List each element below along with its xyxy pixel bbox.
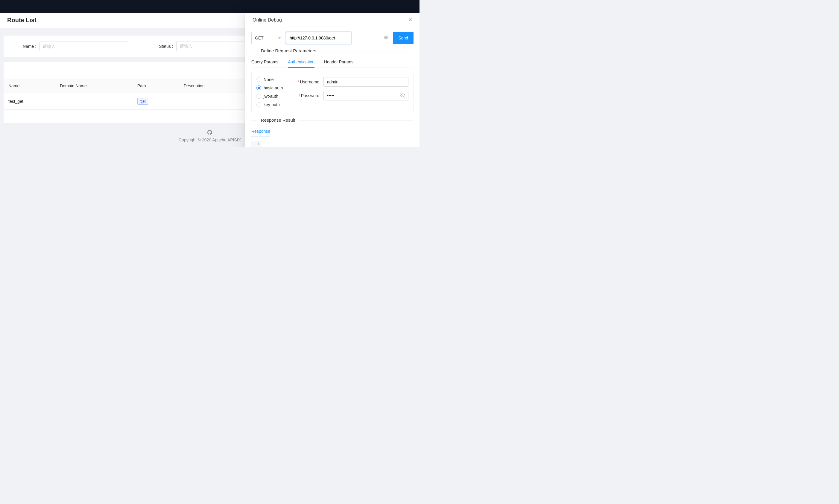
auth-option-none[interactable]: None	[256, 77, 289, 82]
cell-description	[179, 93, 246, 110]
section-response-title: Response Result	[257, 118, 298, 123]
col-description: Description	[179, 78, 246, 93]
auth-option-key[interactable]: key-auth	[256, 102, 289, 107]
method-select[interactable]: GET	[251, 32, 284, 44]
auth-option-jwt[interactable]: jwt-auth	[256, 94, 289, 98]
auth-panel: None basic-auth jwt-auth key-auth *Usern…	[251, 72, 413, 112]
github-icon[interactable]	[207, 130, 212, 136]
cell-domain	[55, 93, 132, 110]
filter-name-label: Name :	[23, 44, 36, 49]
password-input[interactable]: •••••	[323, 91, 408, 101]
send-button[interactable]: Send	[393, 32, 413, 44]
radio-icon	[256, 102, 261, 107]
auth-option-label: None	[263, 77, 273, 82]
col-path: Path	[133, 78, 179, 93]
top-bar	[0, 0, 420, 13]
method-value: GET	[255, 36, 263, 40]
radio-icon	[256, 86, 261, 90]
section-params-title: Define Request Parameters	[257, 48, 320, 53]
tab-header-params[interactable]: Header Params	[324, 56, 353, 68]
eye-invisible-icon[interactable]	[400, 93, 405, 98]
response-code: 123456789 1011121314 { "args": {}, "head…	[251, 141, 413, 147]
filter-name-input[interactable]	[39, 41, 129, 51]
clear-icon[interactable]	[384, 36, 388, 41]
radio-icon	[256, 94, 261, 98]
radio-icon	[256, 77, 261, 82]
auth-option-label: basic-auth	[263, 86, 283, 90]
tab-query-params[interactable]: Query Params	[251, 56, 278, 68]
response-tabs: Response	[251, 126, 413, 137]
params-tabs: Query Params Authentication Header Param…	[251, 56, 413, 68]
drawer-title: Online Debug	[253, 17, 282, 23]
filter-status-select[interactable]: 请输入	[176, 41, 248, 51]
chevron-down-icon	[278, 37, 281, 39]
path-tag: /get	[137, 98, 148, 105]
password-label: *Password :	[297, 93, 322, 98]
cell-path: /get	[133, 93, 179, 110]
col-name: Name	[4, 78, 55, 93]
auth-option-label: key-auth	[263, 102, 280, 107]
filter-status-placeholder: 请输入	[180, 44, 192, 49]
filter-name: Name :	[23, 41, 129, 51]
username-input[interactable]: admin	[323, 77, 408, 87]
cell-name: test_get	[4, 93, 55, 110]
filter-status-label: Status :	[159, 44, 173, 49]
auth-option-label: jwt-auth	[263, 94, 278, 98]
tab-authentication[interactable]: Authentication	[288, 56, 314, 68]
url-input[interactable]	[286, 32, 351, 44]
close-icon[interactable]: ✕	[408, 18, 412, 22]
auth-option-basic[interactable]: basic-auth	[256, 86, 289, 90]
col-domain: Domain Name	[55, 78, 132, 93]
online-debug-drawer: Online Debug ✕ GET Send Define Request P…	[245, 13, 420, 147]
tab-response[interactable]: Response	[251, 126, 270, 137]
filter-status: Status : 请输入	[159, 41, 248, 51]
username-label: *Username :	[297, 79, 322, 84]
